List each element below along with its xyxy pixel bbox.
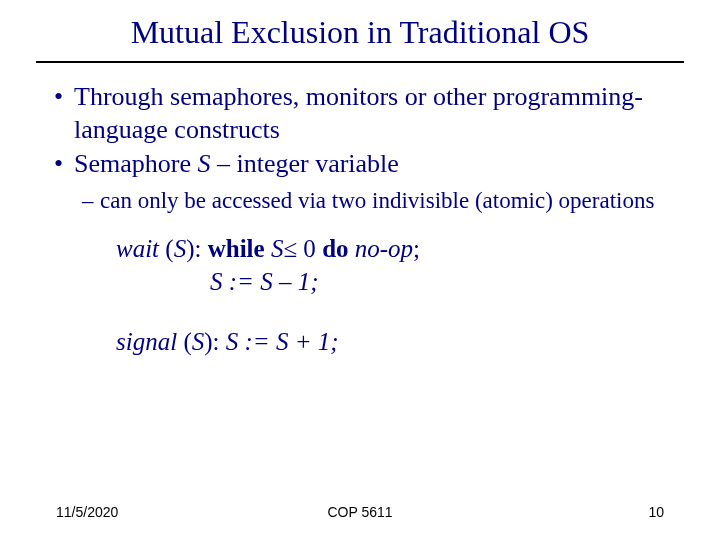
bullet-dot-icon: •	[54, 81, 74, 114]
sub-bullet-1-text: can only be accessed via two indivisible…	[100, 187, 654, 216]
bullet-2: • Semaphore S – integer variable	[54, 148, 680, 181]
dash-icon: –	[82, 187, 100, 216]
footer-date: 11/5/2020	[56, 504, 118, 520]
while-cond: ≤ 0	[283, 235, 322, 262]
title-divider	[36, 61, 684, 63]
do-keyword: do	[322, 235, 348, 262]
signal-body: S := S + 1;	[226, 328, 339, 355]
slide-content: • Through semaphores, monitors or other …	[0, 81, 720, 356]
wait-paren-open: (	[159, 235, 174, 262]
signal-paren-open: (	[177, 328, 192, 355]
bullet-1: • Through semaphores, monitors or other …	[54, 81, 680, 146]
wait-paren-close: ):	[186, 235, 208, 262]
bullet-1-text: Through semaphores, monitors or other pr…	[74, 81, 680, 146]
signal-var: S	[192, 328, 205, 355]
semaphore-var: S	[197, 149, 210, 178]
wait-definition: wait (S): while S≤ 0 do no-op; S := S – …	[116, 233, 680, 298]
slide-footer: 11/5/2020 COP 5611 10	[0, 504, 720, 520]
wait-line-2: S := S – 1;	[210, 266, 680, 299]
signal-paren-close: ):	[204, 328, 226, 355]
signal-definition: signal (S): S := S + 1;	[116, 328, 680, 356]
semicolon-1: ;	[413, 235, 420, 262]
footer-page-number: 10	[648, 504, 664, 520]
wait-line-1: wait (S): while S≤ 0 do no-op;	[116, 233, 680, 266]
footer-course: COP 5611	[327, 504, 392, 520]
bullet-2-text: Semaphore S – integer variable	[74, 148, 680, 181]
wait-var: S	[174, 235, 187, 262]
bullet-2-prefix: Semaphore	[74, 149, 197, 178]
slide-title: Mutual Exclusion in Traditional OS	[0, 0, 720, 61]
bullet-2-suffix: – integer variable	[210, 149, 398, 178]
while-var: S	[271, 235, 284, 262]
bullet-dot-icon: •	[54, 148, 74, 181]
signal-keyword: signal	[116, 328, 177, 355]
sub-bullet-1: – can only be accessed via two indivisib…	[82, 187, 680, 216]
noop: no-op	[349, 235, 414, 262]
while-keyword: while	[208, 235, 265, 262]
wait-keyword: wait	[116, 235, 159, 262]
